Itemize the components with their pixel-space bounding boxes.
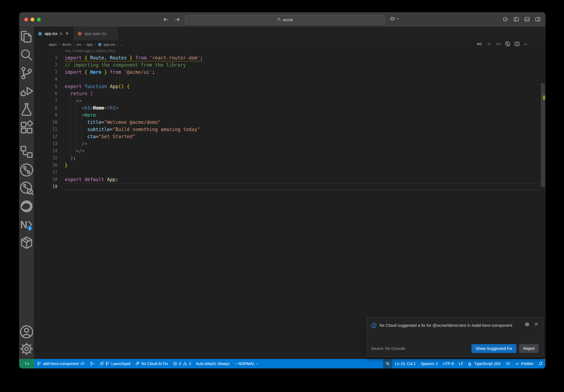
line-number[interactable]: 7 (34, 98, 65, 103)
maximize-window-button[interactable] (37, 18, 41, 21)
line-number[interactable]: 12 (34, 134, 65, 139)
code-line-15[interactable]: 15 ); (34, 154, 540, 162)
status-auto-attach[interactable]: Auto Attach: Always (193, 359, 232, 368)
status-eol[interactable]: LF (456, 359, 466, 368)
activity-item-search[interactable] (19, 46, 34, 64)
breadcrumb-item-demo[interactable]: demo (62, 42, 71, 47)
status-source-control-graph[interactable] (87, 359, 97, 368)
line-number[interactable]: 15 (34, 156, 65, 160)
status-encoding[interactable]: UTF-8 (440, 359, 456, 368)
toggle-primary-sidebar-button[interactable] (513, 16, 519, 22)
status-copilot[interactable] (503, 359, 513, 368)
go-forward-button[interactable] (175, 17, 180, 22)
code-line-13[interactable]: 13 /> (34, 140, 540, 147)
code-line-6[interactable]: 6 return ( (34, 90, 540, 97)
minimize-window-button[interactable] (31, 18, 34, 21)
status-zoom-indicator[interactable] (383, 359, 392, 368)
code-line-19[interactable]: 19 (34, 183, 540, 190)
more-actions-button[interactable]: ⋯ (524, 41, 529, 47)
line-number[interactable]: 3 (34, 70, 65, 75)
breadcrumb-item-src[interactable]: src (76, 42, 81, 47)
breadcrumb-item-app[interactable]: app (86, 42, 93, 47)
status-vim-mode[interactable]: -- NORMAL -- (232, 359, 261, 368)
line-number[interactable]: 5 (34, 84, 65, 89)
status-prettier[interactable]: Prettier (513, 359, 536, 368)
line-number[interactable]: 1 (34, 55, 65, 60)
status-notifications[interactable] (536, 359, 545, 368)
tab-app.tsx[interactable]: app.tsx3 (34, 27, 74, 40)
activity-item-package-explorer[interactable] (19, 233, 34, 252)
breadcrumb-item-apps[interactable]: apps (49, 42, 57, 47)
activity-item-nx-console[interactable]: N1 (19, 215, 34, 233)
activity-item-run-and-debug[interactable] (19, 82, 34, 100)
code-line-7[interactable]: 7 <> (34, 97, 540, 104)
code-line-9[interactable]: 9 <Hero (34, 111, 540, 119)
status-language-mode[interactable]: {}TypeScript JSX (466, 359, 503, 368)
line-number[interactable]: 9 (34, 113, 65, 118)
status-git-branch[interactable]: add-hero-component (34, 359, 87, 368)
notification-settings-gear-icon[interactable] (525, 322, 530, 328)
line-number[interactable]: 10 (34, 120, 65, 125)
code-line-16[interactable]: 16} (34, 162, 540, 169)
previous-change-button[interactable] (477, 41, 482, 47)
status-remote-indicator[interactable] (19, 359, 34, 368)
activity-item-source-control[interactable] (19, 64, 34, 82)
line-number[interactable]: 6 (34, 91, 65, 96)
activity-item-gitlens[interactable] (19, 161, 34, 179)
code-line-17[interactable]: 17 (34, 169, 540, 176)
activity-item-extensions[interactable] (19, 118, 34, 137)
code-line-5[interactable]: 5export function App() { (34, 83, 540, 90)
status-indentation[interactable]: Spaces: 2 (418, 359, 440, 368)
status-cursor-position[interactable]: Ln 19, Col 1 (392, 359, 418, 368)
change-indicator-button[interactable] (486, 41, 492, 47)
activity-item-settings[interactable] (19, 340, 34, 357)
code-line-14[interactable]: 14 </> (34, 147, 540, 154)
code-line-12[interactable]: 12 cta="Get Started" (34, 133, 540, 140)
tab-app.spec.tsx[interactable]: app.spec.tsx (74, 27, 118, 40)
notification-close-icon[interactable] (534, 322, 539, 328)
activity-item-project-structure[interactable] (19, 143, 34, 161)
activity-item-gitlens-inspect[interactable] (19, 179, 34, 197)
line-number[interactable]: 13 (34, 141, 65, 146)
code-line-1[interactable]: 1import { Route, Routes } from 'react-ro… (34, 54, 540, 61)
line-number[interactable]: 2 (34, 62, 65, 67)
code-line-4[interactable]: 4 (34, 76, 540, 83)
copilot-menu[interactable] (390, 16, 400, 23)
close-window-button[interactable] (24, 18, 28, 21)
activity-item-testing[interactable] (19, 100, 34, 118)
tab-close-icon[interactable] (65, 31, 69, 36)
status-nx-cloud-ai-fix[interactable]: Nx Cloud AI Fix (133, 359, 170, 368)
customize-layout-button[interactable] (503, 16, 509, 22)
line-number[interactable]: 11 (34, 127, 65, 132)
code-line-8[interactable]: 8 <h1>Home</h1> (34, 104, 540, 111)
reject-button[interactable]: Reject (519, 344, 539, 353)
code-line-18[interactable]: 18export default App; (34, 176, 540, 183)
next-change-button[interactable] (495, 41, 501, 47)
line-number[interactable]: 19 (34, 184, 65, 189)
line-number[interactable]: 8 (34, 105, 65, 110)
line-number[interactable]: 18 (34, 177, 65, 182)
code-editor[interactable]: 1import { Route, Routes } from 'react-ro… (34, 54, 545, 359)
split-editor-button[interactable] (514, 41, 520, 47)
toggle-secondary-sidebar-button[interactable] (535, 16, 541, 22)
code-line-3[interactable]: 3import { Hero } from '@acme/ui'; (34, 69, 540, 76)
line-number[interactable]: 16 (34, 163, 65, 168)
line-number[interactable]: 14 (34, 148, 65, 153)
status-problems[interactable]: 03 (170, 359, 194, 368)
status-gitlens-launchpad[interactable]: Launchpad (97, 359, 133, 368)
code-line-2[interactable]: 2// importing the component from the lib… (34, 61, 540, 69)
show-suggested-fix-button[interactable]: Show Suggested Fix (471, 344, 516, 353)
activity-item-explorer[interactable] (19, 28, 34, 46)
line-number[interactable]: 17 (34, 170, 65, 175)
breadcrumb-item-app.tsx[interactable]: app.tsx (98, 42, 115, 47)
toggle-panel-button[interactable] (524, 16, 530, 22)
line-number[interactable]: 4 (34, 77, 65, 82)
code-line-10[interactable]: 10 title="Welcmoe @acme/demo" (34, 119, 540, 126)
activity-item-accounts[interactable] (19, 323, 34, 340)
run-file-button[interactable] (505, 41, 511, 47)
go-back-button[interactable] (163, 17, 169, 22)
command-center-search[interactable]: acme (185, 15, 385, 24)
breadcrumb-item-…[interactable]: … (120, 42, 124, 47)
activity-item-edge-tools[interactable] (19, 197, 34, 215)
code-line-11[interactable]: 11 subtitle="Build something amazing tod… (34, 126, 540, 133)
